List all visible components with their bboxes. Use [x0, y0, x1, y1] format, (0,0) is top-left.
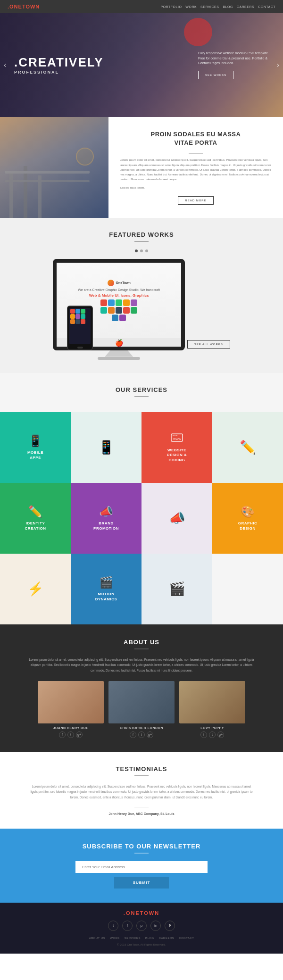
team-member-2: CHRISTOPHER LONDON f t g+	[108, 681, 175, 738]
about-readmore-button[interactable]: READ MORE	[178, 196, 213, 205]
hero-title: .CREATIVELY	[14, 56, 175, 69]
graphic-design-icon: 🎨	[241, 505, 255, 518]
footer-logo-accent: .ONE	[124, 910, 140, 916]
team-social-fb-1[interactable]: f	[59, 731, 66, 738]
nav-link-portfolio[interactable]: PORTFOLIO	[161, 5, 182, 8]
app-icons-grid	[100, 299, 138, 321]
identity-icon: ✏️	[28, 505, 42, 518]
team-name-2: CHRISTOPHER LONDON	[108, 726, 175, 730]
team-name-1: JOANN HENRY DUE	[38, 726, 104, 730]
dot-3[interactable]	[145, 249, 148, 252]
service-megaphone-icon: 📣	[142, 483, 212, 554]
nav-link-blog[interactable]: BLOG	[223, 5, 233, 8]
footer-social-links: t f p in ❥	[9, 921, 274, 931]
services-section: OUR SERVICES 📱 MOBILEAPPS 📱 WWW WEBSITED…	[0, 373, 283, 624]
nav-link-work[interactable]: WORK	[185, 5, 197, 8]
about-heading: PROIN SODALES EU MASSA VITAE PORTA	[120, 130, 272, 147]
monitor-brand-name: OneTown	[116, 281, 131, 284]
team-social-gp-2[interactable]: g+	[147, 731, 153, 738]
about-body2: Sed leo risus lorem.	[120, 185, 272, 190]
megaphone-icon: 📣	[169, 510, 185, 526]
hero-cta-button[interactable]: SEE WORKS	[198, 71, 233, 79]
service-website-design[interactable]: WWW WEBSITEDESIGN &CODING	[142, 412, 212, 483]
motion-icon: 🎬	[99, 576, 113, 589]
nav-link-contact[interactable]: CONTACT	[258, 5, 275, 8]
nav-logo[interactable]: .ONETOWN	[8, 4, 40, 9]
testimonial-author: John Henry Due, ABC Company, St. Louis	[14, 812, 269, 815]
service-motion-dynamics[interactable]: 🎬 MOTIONDYNAMICS	[71, 554, 142, 624]
about-dark-title: ABOUT US	[9, 639, 274, 646]
dot-1[interactable]	[135, 249, 138, 252]
newsletter-email-input[interactable]	[75, 861, 208, 873]
mobile-apps-label: MOBILEAPPS	[27, 450, 43, 460]
svg-rect-1	[24, 166, 27, 218]
footer-social-other[interactable]: ❥	[165, 921, 175, 931]
monitor-text: We are a Creative Graphic Design Studio.…	[78, 288, 160, 291]
team-social-tw-3[interactable]: t	[209, 731, 216, 738]
newsletter-section: SUBSCRIBE TO OUR NEWSLETTER SUBMIT	[0, 829, 283, 903]
about-dark-section: ABOUT US Lorem ipsum dolor sit amet, con…	[0, 624, 283, 752]
hero-prev-arrow[interactable]: ‹	[4, 61, 6, 69]
team-social-tw-2[interactable]: t	[138, 731, 145, 738]
nav-link-careers[interactable]: CAREERS	[237, 5, 254, 8]
team-social-3: f t g+	[179, 731, 245, 738]
service-brand-promotion[interactable]: 📣 BRANDPROMOTION	[71, 483, 142, 554]
footer-link-blog[interactable]: BLOG	[145, 937, 154, 939]
testimonials-title: TESTIMONIALS	[14, 765, 269, 772]
see-all-works-button[interactable]: SEE ALL WORKS	[187, 340, 230, 349]
footer-social-linkedin[interactable]: in	[150, 921, 161, 931]
footer-link-careers[interactable]: CAREERS	[159, 937, 175, 939]
team-social-gp-3[interactable]: g+	[217, 731, 224, 738]
newsletter-submit-button[interactable]: SUBMIT	[114, 877, 169, 889]
phone-home-button[interactable]	[77, 347, 83, 349]
website-design-label: WEBSITEDESIGN &CODING	[167, 448, 187, 463]
testimonial-line	[134, 807, 149, 807]
footer-link-contact[interactable]: CONTACT	[179, 937, 194, 939]
footer-copyright: © 2015 OneTown. All Rights Reserved.	[9, 943, 274, 946]
team-member-1: JOANN HENRY DUE f t g+	[38, 681, 104, 738]
footer-link-services[interactable]: SERVICES	[125, 937, 141, 939]
footer: .ONETOWN t f p in ❥ ABOUT US WORK SERVIC…	[0, 903, 283, 954]
featured-dots	[9, 249, 274, 252]
hero-content: .CREATIVELY PROFESSIONAL	[0, 46, 189, 84]
hero-next-arrow[interactable]: ›	[277, 61, 279, 69]
about-intro-section: PROIN SODALES EU MASSA VITAE PORTA Lorem…	[0, 117, 283, 218]
pencil-icon: ✏️	[240, 440, 256, 455]
team-social-fb-2[interactable]: f	[130, 731, 136, 738]
hero-subtitle: PROFESSIONAL	[14, 70, 175, 75]
svg-point-8	[175, 435, 175, 436]
footer-social-twitter[interactable]: t	[108, 921, 118, 931]
service-graphic-design[interactable]: 🎨 GRAPHICDESIGN	[212, 483, 283, 554]
service-mobile-apps[interactable]: 📱 MOBILEAPPS	[0, 412, 71, 483]
footer-social-pinterest[interactable]: p	[136, 921, 147, 931]
team-img-3	[179, 681, 245, 723]
svg-point-9	[176, 435, 177, 436]
phone-mockup	[67, 306, 93, 350]
dot-2[interactable]	[140, 249, 143, 252]
svg-rect-0	[9, 171, 13, 218]
team-social-fb-3[interactable]: f	[200, 731, 207, 738]
svg-point-5	[76, 148, 93, 165]
hero-description: Fully responsive website mockup PSD temp…	[198, 51, 274, 66]
monitor-highlight: Web & Mobile UI, Icons, Graphics	[89, 293, 149, 298]
graphic-design-label: GRAPHICDESIGN	[238, 521, 257, 531]
footer-social-facebook[interactable]: f	[122, 921, 133, 931]
about-body: Lorem ipsum dolor sit amet, consectetur …	[120, 158, 272, 182]
footer-link-about[interactable]: ABOUT US	[89, 937, 106, 939]
testimonials-section: TESTIMONIALS Lorem ipsum dolor sit amet,…	[0, 752, 283, 829]
about-text: PROIN SODALES EU MASSA VITAE PORTA Lorem…	[108, 117, 283, 218]
logo-accent: .ONE	[8, 4, 22, 9]
nav-link-services[interactable]: SERVICES	[200, 5, 219, 8]
svg-point-7	[173, 435, 174, 436]
testimonials-divider	[134, 775, 149, 776]
team-social-gp-1[interactable]: g+	[76, 731, 83, 738]
service-pencil-icon: ✏️	[212, 412, 283, 483]
navbar: .ONETOWN PORTFOLIO WORK SERVICES BLOG CA…	[0, 0, 283, 13]
footer-link-work[interactable]: WORK	[110, 937, 120, 939]
hero-right: Fully responsive website mockup PSD temp…	[189, 42, 283, 89]
service-identity-creation[interactable]: ✏️ IDENTITYCREATION	[0, 483, 71, 554]
svg-text:WWW: WWW	[173, 438, 181, 440]
newsletter-divider	[134, 853, 149, 854]
brand-promo-label: BRANDPROMOTION	[93, 521, 119, 531]
team-social-tw-1[interactable]: t	[67, 731, 74, 738]
